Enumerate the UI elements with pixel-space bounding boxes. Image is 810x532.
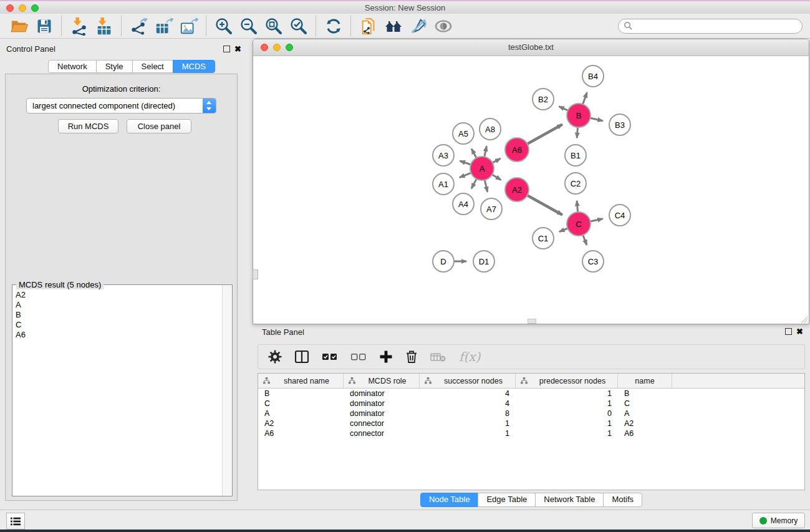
criterion-dropdown[interactable]: largest connected component (directed): [26, 98, 216, 114]
dropdown-stepper-icon: [203, 99, 216, 113]
refresh-icon[interactable]: [323, 16, 344, 37]
zoom-fit-icon[interactable]: [263, 16, 284, 37]
zoom-out-icon[interactable]: [238, 16, 259, 37]
control-panel-close-icon[interactable]: ✖: [234, 45, 241, 53]
table-cell: 1: [420, 418, 516, 428]
memory-button[interactable]: Memory: [752, 513, 805, 528]
tab-select[interactable]: Select: [132, 60, 173, 73]
column-header-MCDS-role[interactable]: MCDS role: [344, 374, 420, 388]
toolbar-separator: [316, 16, 317, 36]
mcds-result-item[interactable]: A: [16, 300, 222, 310]
tab-network[interactable]: Network: [48, 60, 97, 73]
graph-node-A7[interactable]: A7: [480, 198, 503, 220]
import-network-icon[interactable]: [69, 16, 90, 37]
column-header-successor-nodes[interactable]: successor nodes: [420, 374, 516, 388]
table-cell: connector: [344, 418, 420, 428]
graph-node-C2[interactable]: C2: [564, 172, 587, 195]
task-history-button[interactable]: [6, 513, 25, 530]
splitter-grip[interactable]: [253, 269, 258, 279]
table-row[interactable]: A2connector11A2: [258, 418, 804, 428]
graph-node-D1[interactable]: D1: [473, 250, 495, 273]
graph-node-C3[interactable]: C3: [582, 250, 604, 273]
mcds-result-item[interactable]: A6: [16, 330, 222, 340]
deselect-all-icon[interactable]: [350, 350, 367, 364]
column-header-shared-name[interactable]: shared name: [258, 374, 344, 388]
open-network-file-icon[interactable]: [358, 16, 379, 37]
mcds-result-title: MCDS result (5 nodes): [16, 280, 104, 289]
table-cell: C: [258, 399, 344, 409]
graph-node-D[interactable]: D: [432, 250, 455, 273]
graph-node-B3[interactable]: B3: [609, 114, 631, 136]
graph-node-B2[interactable]: B2: [532, 88, 554, 110]
graph-node-C1[interactable]: C1: [532, 227, 554, 249]
graph-node-A4[interactable]: A4: [452, 193, 475, 215]
open-session-icon[interactable]: [9, 16, 30, 37]
table-cell: 4: [420, 399, 516, 409]
network-canvas[interactable]: B4B2BB3A5A8A6A3B1AC2A1A2A4A7CC4C1C3DD1: [253, 56, 809, 324]
column-header-name[interactable]: name: [618, 374, 672, 388]
graph-node-B4[interactable]: B4: [582, 65, 604, 87]
export-network-icon[interactable]: [128, 16, 150, 37]
graph-node-A1[interactable]: A1: [432, 173, 455, 195]
tab-motifs[interactable]: Motifs: [603, 493, 642, 507]
graph-node-A[interactable]: A: [470, 156, 494, 181]
tab-network-table[interactable]: Network Table: [535, 493, 604, 507]
show-graphics-details-icon[interactable]: [433, 16, 454, 37]
table-cell: dominator: [344, 389, 420, 399]
mcds-result-item[interactable]: C: [16, 320, 222, 330]
hierarchy-icon: [521, 377, 528, 384]
session-title: Session: New Session: [0, 3, 810, 12]
tab-edge-table[interactable]: Edge Table: [478, 493, 536, 507]
graph-node-B[interactable]: B: [566, 103, 591, 128]
import-table-icon[interactable]: [94, 16, 115, 37]
table-row[interactable]: Bdominator41B: [258, 389, 804, 399]
mcds-result-item[interactable]: B: [16, 310, 222, 320]
graph-node-B1[interactable]: B1: [564, 144, 587, 167]
zoom-in-icon[interactable]: [213, 16, 234, 37]
list-icon: [10, 516, 21, 526]
graph-node-C[interactable]: C: [566, 211, 591, 236]
graph-node-A8[interactable]: A8: [479, 118, 501, 140]
tab-style[interactable]: Style: [96, 60, 133, 73]
home-icon[interactable]: [383, 16, 404, 37]
table-panel-close-icon[interactable]: ✖: [796, 327, 803, 336]
graph-node-C4[interactable]: C4: [609, 204, 631, 226]
table-row[interactable]: A6connector11A6: [258, 428, 804, 438]
graph-node-A6[interactable]: A6: [504, 137, 529, 162]
table-settings-gear-icon[interactable]: [268, 350, 282, 364]
table-panel-float-icon[interactable]: [785, 328, 792, 335]
run-mcds-button[interactable]: Run MCDS: [58, 119, 118, 133]
table-cell: C: [618, 399, 672, 409]
export-table-icon[interactable]: [153, 16, 175, 37]
save-session-icon[interactable]: [34, 16, 55, 37]
tab-node-table[interactable]: Node Table: [420, 493, 479, 507]
delete-column-trash-icon[interactable]: [405, 350, 418, 364]
network-window-titlebar[interactable]: testGlobe.txt: [253, 39, 809, 56]
close-panel-button[interactable]: Close panel: [127, 119, 191, 133]
zoom-selected-icon[interactable]: [288, 16, 309, 37]
table-cell: dominator: [344, 399, 420, 409]
add-column-plus-icon[interactable]: [379, 350, 393, 364]
graph-node-A5[interactable]: A5: [452, 122, 475, 145]
select-all-icon[interactable]: [322, 350, 338, 364]
hierarchy-icon: [263, 377, 270, 384]
hide-annotations-icon[interactable]: [408, 16, 429, 37]
panel-columns-icon[interactable]: [294, 350, 309, 364]
search-box[interactable]: [618, 19, 803, 34]
mcds-result-item[interactable]: A2: [16, 290, 222, 300]
table-row[interactable]: Cdominator41C: [258, 399, 804, 409]
export-image-icon[interactable]: [178, 16, 200, 37]
graph-node-A3[interactable]: A3: [432, 144, 455, 167]
result-scrollbar[interactable]: [222, 285, 232, 496]
column-header-predecessor-nodes[interactable]: predecessor nodes: [516, 374, 618, 388]
tab-mcds[interactable]: MCDS: [173, 60, 215, 73]
toolbar-separator: [61, 16, 62, 36]
control-panel-float-icon[interactable]: [223, 46, 230, 52]
search-input[interactable]: [633, 21, 791, 31]
mcds-result-box: MCDS result (5 nodes) A2ABCA6: [12, 284, 233, 496]
table-cell: A2: [618, 418, 672, 428]
graph-node-A2[interactable]: A2: [504, 177, 529, 202]
table-cell: A: [618, 409, 672, 418]
resize-grip-icon[interactable]: [799, 314, 808, 323]
table-row[interactable]: Adominator80A: [258, 409, 804, 418]
